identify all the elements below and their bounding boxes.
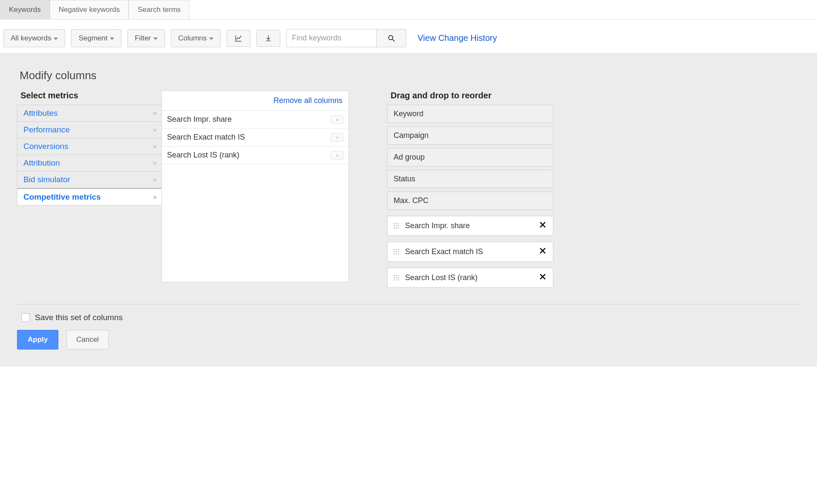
- tabs-row: Keywords Negative keywords Search terms: [0, 0, 817, 20]
- all-keywords-label: All keywords: [11, 34, 51, 43]
- svg-point-0: [388, 35, 393, 40]
- add-metric-button[interactable]: »: [331, 133, 343, 142]
- category-performance[interactable]: Performance »: [17, 122, 161, 138]
- metric-label: Search Lost IS (rank): [405, 273, 478, 282]
- reorder-item-removable[interactable]: Search Lost IS (rank): [387, 268, 553, 288]
- save-columns-label: Save this set of columns: [35, 313, 123, 322]
- dropdown-caret-icon: [54, 37, 58, 40]
- add-metric-button[interactable]: »: [331, 151, 343, 160]
- chevron-right-icon: »: [153, 176, 155, 183]
- filter-label: Filter: [135, 34, 151, 43]
- available-metric-item: Search Exact match IS »: [162, 129, 348, 146]
- category-label: Attributes: [23, 109, 58, 118]
- chevron-right-icon: »: [153, 193, 155, 201]
- columns-label: Columns: [178, 34, 207, 43]
- tab-keywords[interactable]: Keywords: [0, 0, 50, 19]
- save-columns-checkbox[interactable]: [21, 313, 30, 322]
- chevron-right-icon: »: [153, 159, 155, 167]
- reorder-item-fixed: Status: [387, 170, 553, 188]
- modify-columns-panel: Modify columns Select metrics Attributes…: [0, 54, 817, 367]
- reorder-item-fixed: Keyword: [387, 105, 553, 123]
- tab-search-terms[interactable]: Search terms: [129, 0, 190, 19]
- metric-label: Search Lost IS (rank): [167, 151, 239, 160]
- view-change-history-link[interactable]: View Change History: [417, 33, 497, 43]
- dropdown-caret-icon: [110, 37, 114, 40]
- reorder-item-fixed: Campaign: [387, 126, 553, 145]
- available-metric-item: Search Lost IS (rank) »: [162, 146, 348, 164]
- save-columns-row: Save this set of columns: [21, 313, 800, 322]
- reorder-item-fixed: Max. CPC: [387, 192, 553, 210]
- search-group: [286, 29, 406, 47]
- select-metrics-heading: Select metrics: [20, 91, 162, 100]
- download-button[interactable]: [256, 30, 280, 47]
- category-label: Competitive metrics: [23, 192, 101, 202]
- category-attribution[interactable]: Attribution »: [17, 155, 161, 172]
- close-icon: [538, 272, 547, 281]
- reorder-item-removable[interactable]: Search Exact match IS: [387, 242, 553, 262]
- drag-handle-icon[interactable]: [394, 249, 399, 255]
- segment-button[interactable]: Segment: [71, 29, 121, 47]
- dropdown-caret-icon: [153, 37, 158, 40]
- search-input[interactable]: [287, 29, 376, 47]
- tab-negative-keywords[interactable]: Negative keywords: [50, 0, 129, 19]
- available-metric-item: Search Impr. share »: [162, 111, 348, 129]
- category-conversions[interactable]: Conversions »: [17, 138, 161, 155]
- all-keywords-button[interactable]: All keywords: [3, 29, 65, 47]
- metrics-categories: Select metrics Attributes » Performance …: [17, 91, 162, 206]
- dropdown-caret-icon: [209, 37, 213, 40]
- search-button[interactable]: [376, 29, 406, 47]
- search-icon: [387, 34, 396, 43]
- reorder-heading: Drag and drop to reorder: [391, 91, 553, 100]
- chart-button[interactable]: [227, 30, 250, 47]
- category-label: Performance: [23, 125, 70, 135]
- chevron-right-icon: »: [153, 126, 155, 134]
- categories-list: Attributes » Performance » Conversions »…: [17, 105, 162, 206]
- category-label: Attribution: [23, 158, 60, 168]
- available-metrics-panel: Remove all columns Search Impr. share » …: [161, 91, 349, 282]
- remove-column-button[interactable]: [538, 272, 547, 283]
- category-label: Bid simulator: [23, 175, 70, 184]
- remove-all-columns-link[interactable]: Remove all columns: [162, 91, 348, 111]
- panel-title: Modify columns: [20, 69, 800, 82]
- metric-label: Search Impr. share: [167, 115, 232, 124]
- close-icon: [538, 220, 547, 229]
- category-label: Conversions: [23, 142, 69, 151]
- drag-handle-icon[interactable]: [394, 223, 399, 229]
- chevron-right-icon: »: [153, 143, 155, 150]
- chart-icon: [235, 34, 242, 42]
- close-icon: [538, 246, 547, 255]
- available-metrics-list: Search Impr. share » Search Exact match …: [162, 111, 348, 164]
- category-attributes[interactable]: Attributes »: [17, 105, 161, 122]
- filter-button[interactable]: Filter: [127, 29, 165, 47]
- reorder-item-removable[interactable]: Search Impr. share: [387, 216, 553, 236]
- add-metric-button[interactable]: »: [331, 115, 343, 124]
- drag-handle-icon[interactable]: [394, 275, 399, 281]
- chevron-right-icon: »: [336, 117, 338, 123]
- metric-label: Search Exact match IS: [405, 247, 483, 256]
- bottom-actions: Save this set of columns Apply Cancel: [17, 304, 800, 349]
- apply-button[interactable]: Apply: [17, 330, 58, 349]
- category-bid-simulator[interactable]: Bid simulator »: [17, 172, 161, 188]
- segment-label: Segment: [78, 34, 107, 43]
- remove-column-button[interactable]: [538, 220, 547, 231]
- download-icon: [265, 34, 272, 42]
- columns-area: Select metrics Attributes » Performance …: [17, 91, 800, 291]
- reorder-panel: Drag and drop to reorder Keyword Campaig…: [387, 91, 553, 291]
- metric-label: Search Impr. share: [405, 221, 470, 230]
- columns-button[interactable]: Columns: [171, 29, 221, 47]
- chevron-right-icon: »: [336, 152, 338, 158]
- chevron-right-icon: »: [336, 135, 338, 140]
- metric-label: Search Exact match IS: [167, 133, 245, 142]
- cancel-button[interactable]: Cancel: [66, 330, 109, 349]
- reorder-item-fixed: Ad group: [387, 148, 553, 166]
- reorder-list: Keyword Campaign Ad group Status Max. CP…: [387, 105, 553, 288]
- remove-column-button[interactable]: [538, 246, 547, 257]
- chevron-right-icon: »: [153, 109, 155, 117]
- toolbar: All keywords Segment Filter Columns: [0, 23, 817, 54]
- category-competitive-metrics[interactable]: Competitive metrics »: [17, 188, 161, 206]
